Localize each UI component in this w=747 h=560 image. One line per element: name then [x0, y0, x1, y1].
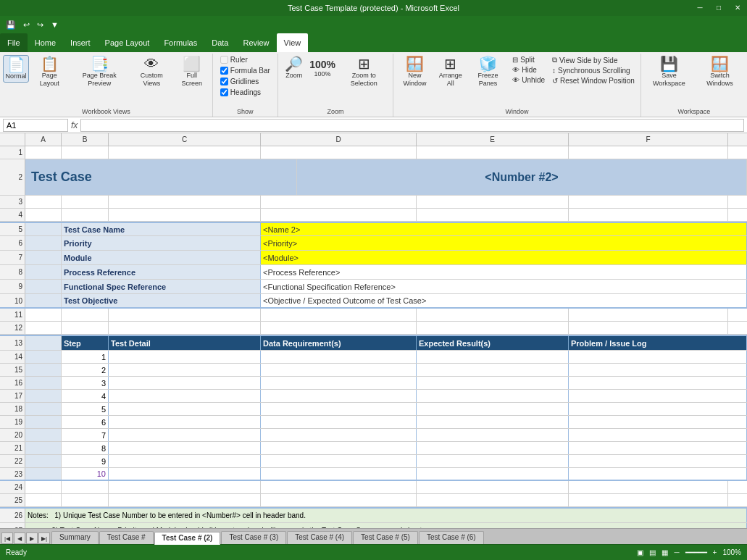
cell-step-20[interactable]: 7 [62, 429, 109, 441]
cell-a23[interactable] [25, 468, 62, 480]
cell-title-right[interactable]: <Number #2> [297, 159, 747, 195]
cell-d12[interactable] [261, 322, 417, 334]
cell-datareq-23[interactable] [261, 468, 417, 480]
show-gridlines[interactable]: Gridlines [218, 77, 261, 86]
cell-label-9[interactable]: Functional Spec Reference [62, 280, 261, 293]
sheet-tab-testcase2[interactable]: Test Case # (2) [154, 532, 221, 545]
sheet-tab-testcase[interactable]: Test Case # [99, 531, 154, 544]
ribbon-btn-switch-windows[interactable]: 🪟 Switch Windows [696, 55, 744, 89]
cell-step-18[interactable]: 5 [62, 403, 109, 415]
cell-problem-15[interactable] [569, 364, 747, 376]
cell-d25[interactable] [261, 494, 417, 506]
cell-label-6[interactable]: Priority [62, 236, 261, 250]
split-btn[interactable]: ⊟ Split [509, 55, 548, 64]
sheet-tab-testcase6[interactable]: Test Case # (6) [419, 531, 484, 544]
formula-bar-checkbox[interactable] [220, 67, 228, 75]
cell-label-5[interactable]: Test Case Name [62, 223, 261, 235]
cell-b11[interactable] [62, 309, 109, 321]
cell-step-17[interactable]: 4 [62, 390, 109, 402]
ribbon-btn-freeze-panes[interactable]: 🧊 Freeze Panes [468, 55, 509, 89]
show-headings[interactable]: Headings [218, 88, 263, 97]
cell-d1[interactable] [261, 146, 417, 159]
cell-value-7[interactable]: <Module> [261, 251, 747, 264]
ribbon-btn-new-window[interactable]: 🪟 New Window [396, 55, 433, 89]
qa-save[interactable]: 💾 [3, 19, 19, 31]
cell-datareq-14[interactable] [261, 351, 417, 363]
cell-problem-16[interactable] [569, 377, 747, 389]
cell-a8[interactable] [25, 265, 62, 279]
col-header-c[interactable]: C [109, 133, 261, 146]
cell-datareq-17[interactable] [261, 390, 417, 402]
col-header-a[interactable]: A [25, 133, 62, 146]
cell-expected-19[interactable] [417, 416, 569, 428]
cell-a19[interactable] [25, 416, 62, 428]
ribbon-btn-full-screen[interactable]: ⬜ Full Screen [175, 55, 209, 89]
formula-input[interactable] [80, 119, 744, 132]
cell-e25[interactable] [417, 494, 569, 506]
cell-expected-15[interactable] [417, 364, 569, 376]
ribbon-btn-zoom-selection[interactable]: ⊞ Zoom to Selection [338, 55, 390, 89]
headings-checkbox[interactable] [220, 88, 228, 96]
cell-testdetail-19[interactable] [109, 416, 261, 428]
cell-a14[interactable] [25, 351, 62, 363]
ribbon-btn-save-workspace[interactable]: 💾 Save Workspace [644, 55, 694, 89]
menu-file[interactable]: File [0, 33, 28, 52]
cell-e3[interactable] [417, 196, 569, 208]
cell-testdetail-22[interactable] [109, 455, 261, 467]
cell-problem-22[interactable] [569, 455, 747, 467]
reset-window-btn[interactable]: ↺ Reset Window Position [549, 76, 638, 85]
cell-testdetail-21[interactable] [109, 442, 261, 454]
cell-a24[interactable] [25, 481, 62, 493]
cell-expected-14[interactable] [417, 351, 569, 363]
cell-testdetail-17[interactable] [109, 390, 261, 402]
cell-value-10[interactable]: <Objective / Expected Outcome of Test Ca… [261, 294, 747, 307]
cell-a21[interactable] [25, 442, 62, 454]
cell-b1[interactable] [62, 146, 109, 159]
cell-f4[interactable] [569, 209, 728, 221]
cell-c4[interactable] [109, 209, 261, 221]
close-btn[interactable]: ✕ [728, 0, 747, 16]
cell-a6[interactable] [25, 236, 62, 250]
col-header-b[interactable]: B [62, 133, 109, 146]
cell-notes-26[interactable]: Notes: 1) Unique Test Case Number to be … [25, 509, 747, 522]
cell-step-16[interactable]: 3 [62, 377, 109, 389]
cell-b12[interactable] [62, 322, 109, 334]
cell-step-21[interactable]: 8 [62, 442, 109, 454]
unhide-btn[interactable]: 👁 Unhide [509, 75, 548, 85]
cell-value-6[interactable]: <Priority> [261, 236, 747, 250]
name-box[interactable] [3, 119, 68, 132]
cell-a11[interactable] [25, 309, 62, 321]
cell-expected-17[interactable] [417, 390, 569, 402]
cell-d11[interactable] [261, 309, 417, 321]
view-side-by-side-btn[interactable]: ⧉ View Side by Side [549, 55, 638, 65]
cell-e1[interactable] [417, 146, 569, 159]
cell-expected-21[interactable] [417, 442, 569, 454]
show-formula-bar[interactable]: Formula Bar [218, 66, 272, 75]
cell-problem-21[interactable] [569, 442, 747, 454]
menu-insert[interactable]: Insert [63, 33, 98, 52]
cell-expectedresult-header[interactable]: Expected Result(s) [417, 336, 569, 350]
cell-a13[interactable] [25, 336, 62, 350]
cell-problem-20[interactable] [569, 429, 747, 441]
minimize-btn[interactable]: ─ [690, 0, 709, 16]
cell-a7[interactable] [25, 251, 62, 264]
cell-f24[interactable] [569, 481, 728, 493]
cell-value-9[interactable]: <Functional Specification Reference> [261, 280, 747, 293]
col-header-e[interactable]: E [417, 133, 569, 146]
cell-testdetail-header[interactable]: Test Detail [109, 336, 261, 350]
cell-c25[interactable] [109, 494, 261, 506]
qa-undo[interactable]: ↩ [20, 19, 33, 31]
cell-problem-18[interactable] [569, 403, 747, 415]
ruler-checkbox[interactable] [220, 56, 228, 64]
cell-problem-17[interactable] [569, 390, 747, 402]
cell-d3[interactable] [261, 196, 417, 208]
menu-review[interactable]: Review [235, 33, 276, 52]
cell-step-header[interactable]: Step [62, 336, 109, 350]
restore-btn[interactable]: □ [709, 0, 728, 16]
cell-datareq-21[interactable] [261, 442, 417, 454]
cell-problem-14[interactable] [569, 351, 747, 363]
cell-b24[interactable] [62, 481, 109, 493]
cell-problem-23[interactable] [569, 468, 747, 480]
menu-formulas[interactable]: Formulas [157, 33, 204, 52]
cell-datareq-16[interactable] [261, 377, 417, 389]
